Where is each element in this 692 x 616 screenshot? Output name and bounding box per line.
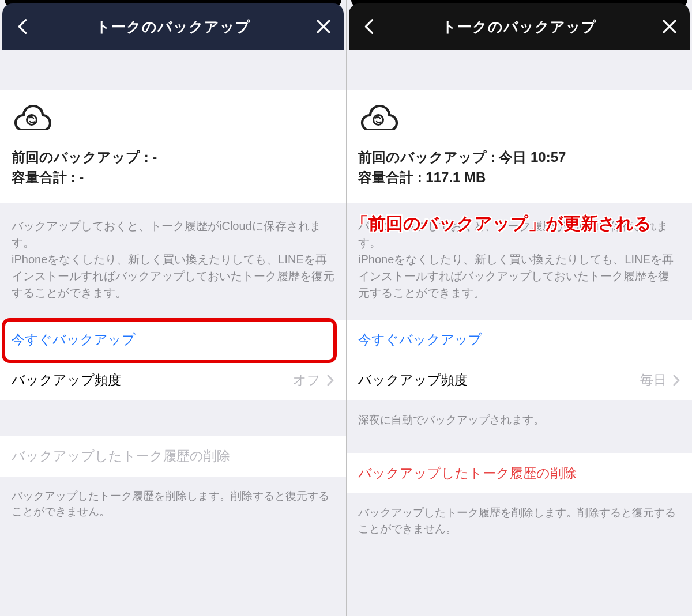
delete-backup-row[interactable]: バックアップしたトーク履歴の削除 — [347, 453, 692, 493]
backup-actions-section: 今すぐバックアップ バックアップ頻度 毎日 — [347, 320, 692, 400]
cloud-backup-icon — [12, 104, 52, 130]
backup-frequency-row[interactable]: バックアップ頻度 オフ — [0, 360, 346, 400]
size-value: - — [79, 169, 84, 185]
backup-now-label: 今すぐバックアップ — [358, 331, 680, 349]
last-backup-value: 今日 10:57 — [499, 149, 566, 165]
delete-backup-label: バックアップしたトーク履歴の削除 — [358, 464, 680, 482]
spacer — [347, 444, 692, 453]
spacer — [0, 50, 346, 90]
backup-description: バックアップしておくと、トーク履歴がiCloudに保存されます。 iPhoneを… — [0, 203, 346, 320]
delete-section: バックアップしたトーク履歴の削除 — [0, 436, 346, 477]
backup-now-label: 今すぐバックアップ — [12, 331, 334, 349]
last-backup-value: - — [152, 149, 157, 165]
frequency-footer: 深夜に自動でバックアップされます。 — [347, 400, 692, 444]
backup-frequency-row[interactable]: バックアップ頻度 毎日 — [347, 360, 692, 400]
nav-bar: トークのバックアップ — [349, 3, 690, 50]
size-line: 容量合計 : 117.1 MB — [358, 168, 680, 188]
size-label: 容量合計 : — [12, 169, 76, 185]
chevron-right-icon — [326, 374, 334, 387]
chevron-right-icon — [672, 374, 680, 387]
frequency-value: オフ — [293, 371, 321, 389]
svg-point-2 — [27, 115, 37, 125]
delete-section: バックアップしたトーク履歴の削除 — [347, 453, 692, 493]
backup-now-row[interactable]: 今すぐバックアップ — [0, 320, 346, 360]
frequency-label: バックアップ頻度 — [358, 371, 640, 389]
size-value: 117.1 MB — [426, 169, 486, 185]
spacer — [0, 400, 346, 436]
delete-backup-row[interactable]: バックアップしたトーク履歴の削除 — [0, 436, 346, 477]
cloud-backup-icon — [358, 104, 398, 130]
delete-backup-label: バックアップしたトーク履歴の削除 — [12, 447, 334, 465]
delete-description: バックアップしたトーク履歴を削除します。削除すると復元することができません。 — [347, 493, 692, 553]
frequency-label: バックアップ頻度 — [12, 371, 293, 389]
back-icon[interactable] — [359, 17, 379, 36]
screen-right: トークのバックアップ 前回のバックアップ : 今日 10:57 容量合計 : 1… — [346, 0, 692, 616]
delete-description: バックアップしたトーク履歴を削除します。削除すると復元することができません。 — [0, 477, 346, 536]
close-icon[interactable] — [660, 17, 679, 36]
last-backup-label: 前回のバックアップ : — [12, 149, 149, 165]
frequency-value: 毎日 — [640, 371, 667, 389]
page-title: トークのバックアップ — [349, 17, 690, 36]
page-title: トークのバックアップ — [2, 17, 344, 36]
last-backup-line: 前回のバックアップ : 今日 10:57 — [358, 148, 680, 168]
size-line: 容量合計 : - — [12, 168, 334, 188]
screen-left: トークのバックアップ 前回のバックアップ : - 容量合計 : - バックアップ… — [0, 0, 346, 616]
backup-now-row[interactable]: 今すぐバックアップ — [347, 320, 692, 360]
size-label: 容量合計 : — [358, 169, 422, 185]
last-backup-line: 前回のバックアップ : - — [12, 148, 334, 168]
backup-status-section: 前回のバックアップ : - 容量合計 : - — [0, 90, 346, 203]
spacer — [347, 50, 692, 90]
backup-status-section: 前回のバックアップ : 今日 10:57 容量合計 : 117.1 MB — [347, 90, 692, 203]
svg-point-5 — [374, 115, 383, 125]
annotation-text: 「前回のバックアップ」が更新される — [351, 212, 652, 236]
nav-bar: トークのバックアップ — [2, 3, 344, 50]
back-icon[interactable] — [13, 17, 32, 36]
last-backup-label: 前回のバックアップ : — [358, 149, 495, 165]
close-icon[interactable] — [314, 17, 333, 36]
backup-actions-section: 今すぐバックアップ バックアップ頻度 オフ — [0, 320, 346, 400]
